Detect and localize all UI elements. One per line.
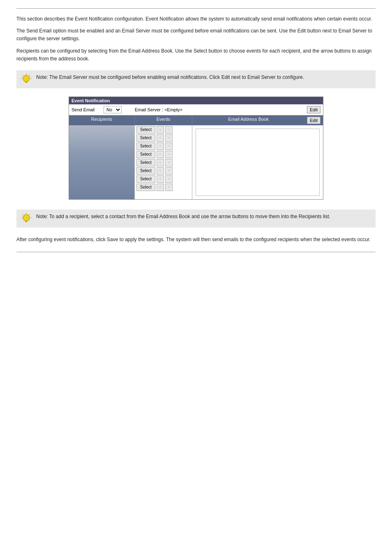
col-events-header: Events xyxy=(135,115,192,125)
lightbulb-icon xyxy=(21,74,32,85)
svg-rect-2 xyxy=(25,82,28,83)
svg-line-12 xyxy=(23,214,23,215)
recipients-column xyxy=(69,125,135,199)
left-arrow-btn-8[interactable]: < xyxy=(157,184,164,191)
select-btn-8[interactable]: Select xyxy=(136,184,155,191)
col-recipients-header: Recipients xyxy=(69,115,135,125)
select-btn-5[interactable]: Select xyxy=(136,159,155,166)
edit-book-button[interactable]: Edit xyxy=(307,117,321,124)
left-arrow-btn-5[interactable]: < xyxy=(157,159,164,166)
tip-text-1: Note: The Email Server must be configure… xyxy=(36,74,304,81)
bottom-divider xyxy=(16,252,376,252)
email-book-column xyxy=(192,125,323,199)
right-arrow-btn-6[interactable]: > xyxy=(165,167,173,175)
left-arrow-btn-1[interactable]: < xyxy=(157,126,164,134)
select-btn-4[interactable]: Select xyxy=(136,151,155,158)
event-row-2: Select < > xyxy=(136,134,190,142)
select-btn-7[interactable]: Select xyxy=(136,175,155,183)
event-row-1: Select < > xyxy=(136,126,190,134)
right-arrow-btn-5[interactable]: > xyxy=(165,159,173,166)
send-email-dropdown[interactable]: No Yes xyxy=(104,106,122,113)
data-area: Select < > Select < > Select < > xyxy=(69,125,323,199)
event-row-5: Select < > xyxy=(136,159,190,166)
svg-line-4 xyxy=(23,75,23,76)
select-btn-3[interactable]: Select xyxy=(136,143,155,150)
event-row-3: Select < > xyxy=(136,143,190,150)
paragraph-2: The Send Email option must be enabled an… xyxy=(16,27,376,43)
select-btn-2[interactable]: Select xyxy=(136,134,155,142)
svg-rect-9 xyxy=(25,221,28,221)
tip-box-1: Note: The Email Server must be configure… xyxy=(16,70,376,88)
svg-point-0 xyxy=(23,75,30,82)
left-arrow-btn-6[interactable]: < xyxy=(157,167,164,175)
event-row-8: Select < > xyxy=(136,184,190,191)
top-divider xyxy=(16,8,376,9)
lightbulb-icon-2 xyxy=(21,213,32,224)
event-notification-title: Event Notification xyxy=(69,97,323,104)
select-btn-1[interactable]: Select xyxy=(136,126,155,134)
left-arrow-btn-4[interactable]: < xyxy=(157,151,164,158)
select-btn-6[interactable]: Select xyxy=(136,167,155,175)
svg-point-8 xyxy=(23,214,30,221)
svg-rect-1 xyxy=(25,81,28,82)
col-email-book-header: Email Address Book xyxy=(192,115,304,125)
event-row-4: Select < > xyxy=(136,151,190,158)
right-arrow-btn-8[interactable]: > xyxy=(165,184,173,191)
paragraph-3: Recipients can be configured by selectin… xyxy=(16,47,376,63)
bottom-paragraph: After configuring event notifications, c… xyxy=(16,236,376,244)
right-arrow-btn-4[interactable]: > xyxy=(165,151,173,158)
page-container: This section describes the Event Notific… xyxy=(0,0,392,555)
left-arrow-btn-2[interactable]: < xyxy=(157,134,164,142)
left-arrow-btn-7[interactable]: < xyxy=(157,175,164,183)
send-email-row: Send Email No Yes Email Server : <Empty>… xyxy=(69,104,323,115)
left-arrow-btn-3[interactable]: < xyxy=(157,143,164,150)
events-column: Select < > Select < > Select < > xyxy=(135,125,192,199)
email-server-label: Email Server : <Empty> xyxy=(135,107,304,112)
event-row-6: Select < > xyxy=(136,167,190,175)
column-headers: Recipients Events Email Address Book Edi… xyxy=(69,115,323,125)
col-edit-header: Edit xyxy=(304,115,323,125)
tip-text-2: Note: To add a recipient, select a conta… xyxy=(36,213,330,220)
send-email-label: Send Email xyxy=(71,107,100,112)
email-address-book-list xyxy=(196,129,320,196)
event-notification-panel: Event Notification Send Email No Yes Ema… xyxy=(69,97,323,200)
right-arrow-btn-3[interactable]: > xyxy=(165,143,173,150)
svg-line-13 xyxy=(30,214,30,215)
event-row-7: Select < > xyxy=(136,175,190,183)
svg-rect-10 xyxy=(25,221,28,222)
edit-server-button[interactable]: Edit xyxy=(307,106,321,113)
svg-line-5 xyxy=(30,75,30,76)
right-arrow-btn-2[interactable]: > xyxy=(165,134,173,142)
paragraph-1: This section describes the Event Notific… xyxy=(16,15,376,23)
right-arrow-btn-1[interactable]: > xyxy=(165,126,173,134)
right-arrow-btn-7[interactable]: > xyxy=(165,175,173,183)
tip-box-2: Note: To add a recipient, select a conta… xyxy=(16,210,376,228)
